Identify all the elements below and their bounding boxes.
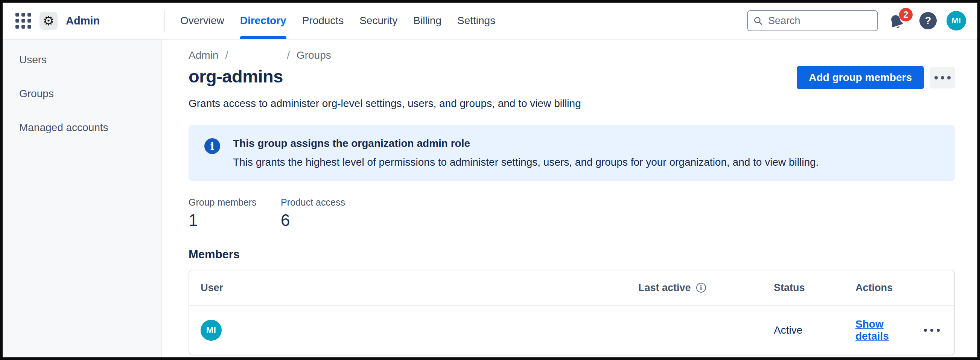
question-icon: ? [925, 15, 931, 27]
row-more-button[interactable] [921, 326, 943, 335]
sidebar-item-users[interactable]: Users [3, 51, 161, 69]
gear-icon: ⚙ [43, 13, 54, 28]
breadcrumb-org[interactable] [235, 50, 280, 61]
table-header: User Last active i Status Actions [189, 270, 954, 306]
tab-settings[interactable]: Settings [457, 3, 495, 39]
tab-directory[interactable]: Directory [240, 3, 286, 39]
banner-title: This group assigns the organization admi… [233, 137, 819, 150]
page-more-button[interactable] [930, 67, 955, 89]
app-window: ⚙ Admin Overview Directory Products Secu… [0, 0, 980, 360]
page-title: org-admins [189, 66, 283, 87]
breadcrumb-separator: / [287, 49, 290, 61]
stat-label: Group members [189, 197, 281, 208]
search-box [747, 10, 878, 31]
column-header-user: User [200, 282, 638, 294]
topbar-right: 2 ? MI [747, 10, 977, 32]
breadcrumb: Admin / / Groups [189, 49, 955, 61]
sidebar: Users Groups Managed accounts [3, 40, 162, 357]
stat-product-access: Product access 6 [281, 197, 373, 230]
show-details-link[interactable]: Show details [856, 318, 903, 342]
main-content: Admin / / Groups org-admins Add group me… [162, 40, 977, 357]
column-header-status: Status [774, 282, 856, 294]
column-header-actions: Actions [856, 282, 943, 294]
breadcrumb-admin[interactable]: Admin [189, 49, 218, 61]
brand-area: ⚙ Admin [16, 12, 164, 30]
user-avatar[interactable]: MI [947, 11, 966, 30]
stat-label: Product access [281, 197, 373, 208]
stat-value: 1 [189, 211, 281, 230]
member-avatar: MI [200, 320, 222, 341]
members-table: User Last active i Status Actions MI [189, 270, 955, 355]
more-horizontal-icon [924, 329, 927, 332]
top-bar: ⚙ Admin Overview Directory Products Secu… [3, 3, 977, 40]
notifications-button[interactable]: 2 [888, 10, 910, 32]
app-name: Admin [66, 15, 100, 27]
member-status: Active [774, 324, 802, 336]
help-button[interactable]: ? [920, 12, 937, 29]
breadcrumb-separator: / [225, 49, 228, 61]
column-header-last-active: Last active [638, 282, 691, 294]
add-group-members-button[interactable]: Add group members [797, 66, 924, 89]
table-row: MI Active Show details [189, 306, 954, 355]
group-description: Grants access to administer org-level se… [189, 97, 955, 110]
members-heading: Members [189, 248, 955, 261]
search-icon [753, 16, 763, 25]
search-input[interactable] [747, 10, 878, 31]
primary-nav: Overview Directory Products Security Bil… [180, 3, 495, 39]
last-active-info-icon[interactable]: i [696, 283, 706, 293]
admin-logo-tile[interactable]: ⚙ [40, 12, 57, 30]
info-icon: i [204, 138, 220, 154]
stat-group-members: Group members 1 [189, 197, 281, 230]
sidebar-item-managed-accounts[interactable]: Managed accounts [3, 119, 161, 137]
stats: Group members 1 Product access 6 [189, 197, 955, 230]
tab-products[interactable]: Products [302, 3, 344, 39]
title-actions: Add group members [797, 66, 955, 89]
tab-security[interactable]: Security [360, 3, 398, 39]
notification-badge: 2 [899, 8, 913, 21]
tab-overview[interactable]: Overview [180, 3, 224, 39]
tab-billing[interactable]: Billing [413, 3, 441, 39]
sidebar-item-groups[interactable]: Groups [3, 85, 161, 103]
topbar-divider [164, 10, 165, 32]
app-switcher-icon[interactable] [16, 13, 31, 29]
stat-value: 6 [281, 211, 373, 230]
info-banner: i This group assigns the organization ad… [189, 125, 955, 181]
banner-body: This grants the highest level of permiss… [233, 156, 819, 168]
breadcrumb-groups[interactable]: Groups [297, 49, 331, 61]
more-horizontal-icon [934, 76, 938, 80]
